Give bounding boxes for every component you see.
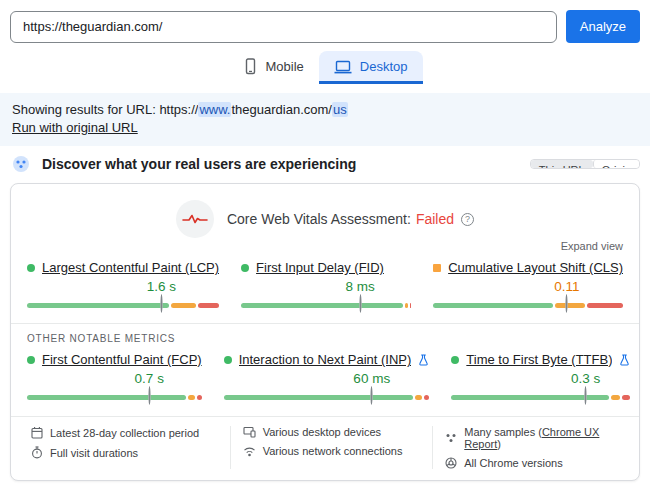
p75-marker bbox=[357, 295, 364, 313]
p75-marker bbox=[582, 387, 589, 405]
scope-toggle: This URL Origin bbox=[530, 159, 640, 169]
core-web-vitals-card: Core Web Vitals Assessment: Failed ? Exp… bbox=[10, 183, 640, 481]
collection-period-item: Latest 28-day collection period bbox=[31, 426, 230, 439]
chrome-icon bbox=[445, 457, 457, 469]
notice-result-url: Showing results for URL: https://www.the… bbox=[12, 101, 638, 119]
p75-marker bbox=[158, 295, 165, 313]
experimental-flask-icon bbox=[619, 354, 630, 366]
metric-ttfb: Time to First Byte (TTFB) 0.3 s bbox=[451, 352, 630, 400]
p75-marker bbox=[563, 295, 570, 313]
fid-distribution-bar bbox=[241, 303, 411, 308]
status-bullet bbox=[27, 264, 35, 272]
core-metrics-row: Largest Contentful Paint (LCP) 1.6 s Fir… bbox=[27, 260, 623, 308]
p75-marker bbox=[146, 387, 153, 405]
calendar-icon bbox=[31, 426, 43, 439]
expand-view-link[interactable]: Expand view bbox=[27, 240, 623, 252]
tab-desktop-label: Desktop bbox=[360, 59, 408, 74]
toggle-origin[interactable]: Origin bbox=[593, 160, 639, 168]
network-icon bbox=[243, 446, 256, 457]
p75-marker bbox=[368, 387, 375, 405]
metric-cls: Cumulative Layout Shift (CLS) 0.11 bbox=[433, 260, 623, 308]
metric-lcp-value: 1.6 s bbox=[147, 279, 176, 294]
lcp-distribution-bar bbox=[27, 303, 219, 308]
desktop-laptop-icon bbox=[334, 59, 352, 75]
redirect-notice-banner: Showing results for URL: https://www.the… bbox=[0, 93, 650, 146]
samples-text: Many samples (Chrome UX Report) bbox=[464, 426, 623, 450]
network-connections-item: Various network connections bbox=[243, 445, 433, 457]
url-diff-path: us bbox=[332, 102, 348, 117]
cwv-result-failed: Failed bbox=[416, 211, 454, 227]
collection-info-footer: Latest 28-day collection period Full vis… bbox=[11, 416, 639, 480]
users-icon bbox=[12, 155, 30, 173]
visit-durations-item: Full visit durations bbox=[31, 446, 230, 459]
pagespeed-insights-page: Analyze Mobile Desktop Showing results f… bbox=[0, 0, 650, 492]
status-bullet bbox=[224, 356, 232, 364]
devices-icon bbox=[243, 426, 256, 438]
metric-fcp: First Contentful Paint (FCP) 0.7 s bbox=[27, 352, 202, 400]
cwv-assessment-header: Core Web Vitals Assessment: Failed ? bbox=[27, 200, 623, 238]
status-bullet bbox=[433, 264, 441, 272]
mobile-phone-icon bbox=[243, 58, 258, 75]
metric-fcp-value: 0.7 s bbox=[135, 371, 164, 386]
tab-desktop[interactable]: Desktop bbox=[319, 51, 423, 84]
status-bullet bbox=[27, 356, 35, 364]
field-data-header: Discover what your real users are experi… bbox=[0, 146, 650, 180]
metric-lcp-link[interactable]: Largest Contentful Paint (LCP) bbox=[42, 260, 219, 275]
run-original-url-link[interactable]: Run with original URL bbox=[12, 120, 138, 135]
other-metrics-header: OTHER NOTABLE METRICS bbox=[27, 333, 623, 344]
experimental-flask-icon bbox=[418, 354, 429, 366]
desktop-devices-item: Various desktop devices bbox=[243, 426, 433, 438]
url-diff-www: www. bbox=[198, 102, 231, 117]
cwv-assessment-text: Core Web Vitals Assessment: Failed ? bbox=[227, 211, 474, 227]
pulse-badge-icon bbox=[176, 200, 214, 238]
cls-distribution-bar bbox=[433, 303, 623, 308]
stopwatch-icon bbox=[31, 446, 43, 459]
samples-item: Many samples (Chrome UX Report) bbox=[445, 426, 623, 450]
device-tabs: Mobile Desktop bbox=[0, 51, 650, 84]
status-bullet bbox=[451, 356, 459, 364]
metric-inp: Interaction to Next Paint (INP) 60 ms bbox=[224, 352, 430, 400]
divider bbox=[11, 323, 639, 324]
status-bullet bbox=[241, 264, 249, 272]
metric-inp-value: 60 ms bbox=[353, 371, 390, 386]
metric-fcp-link[interactable]: First Contentful Paint (FCP) bbox=[42, 352, 202, 367]
inp-distribution-bar bbox=[224, 395, 430, 400]
metric-cls-link[interactable]: Cumulative Layout Shift (CLS) bbox=[448, 260, 623, 275]
analyze-button[interactable]: Analyze bbox=[566, 10, 640, 43]
toggle-this-url[interactable]: This URL bbox=[531, 160, 593, 168]
samples-icon bbox=[445, 432, 457, 444]
ttfb-distribution-bar bbox=[451, 395, 630, 400]
metric-inp-link[interactable]: Interaction to Next Paint (INP) bbox=[239, 352, 412, 367]
analyze-bar: Analyze bbox=[0, 0, 650, 43]
other-metrics-row: First Contentful Paint (FCP) 0.7 s Inter… bbox=[27, 352, 623, 400]
metric-fid: First Input Delay (FID) 8 ms bbox=[241, 260, 411, 308]
help-icon[interactable]: ? bbox=[461, 213, 474, 226]
tab-mobile-label: Mobile bbox=[266, 59, 304, 74]
metric-ttfb-link[interactable]: Time to First Byte (TTFB) bbox=[466, 352, 612, 367]
tab-mobile[interactable]: Mobile bbox=[228, 51, 319, 84]
metric-fid-value: 8 ms bbox=[345, 279, 374, 294]
metric-fid-link[interactable]: First Input Delay (FID) bbox=[256, 260, 384, 275]
metric-ttfb-value: 0.3 s bbox=[571, 371, 600, 386]
metric-lcp: Largest Contentful Paint (LCP) 1.6 s bbox=[27, 260, 219, 308]
field-section-title: Discover what your real users are experi… bbox=[42, 156, 356, 172]
metric-cls-value: 0.11 bbox=[554, 279, 579, 294]
url-input[interactable] bbox=[10, 11, 557, 43]
fcp-distribution-bar bbox=[27, 395, 202, 400]
chrome-versions-item: All Chrome versions bbox=[445, 457, 623, 469]
